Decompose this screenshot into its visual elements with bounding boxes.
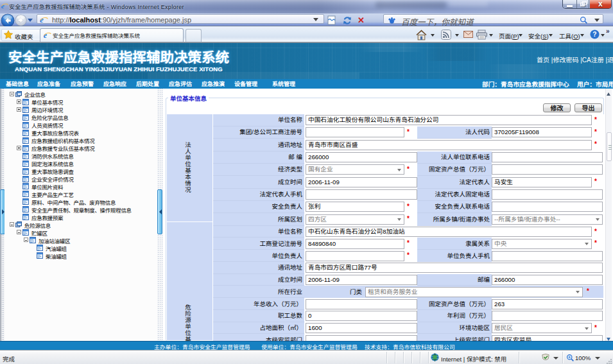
svg-text:e: e [1, 2, 4, 10]
svg-text:e: e [40, 15, 44, 24]
svg-text:?: ? [592, 31, 596, 38]
